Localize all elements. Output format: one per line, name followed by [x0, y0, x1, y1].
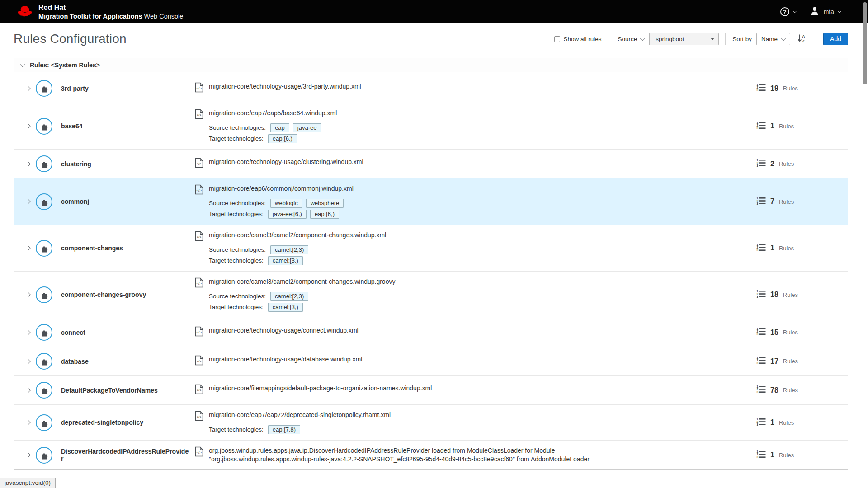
rule-count-number: 78 — [770, 386, 778, 394]
svg-text:3: 3 — [757, 295, 759, 298]
add-button[interactable]: Add — [823, 33, 848, 45]
rule-row[interactable]: DiscoverHardcodedIPAddressRuleProvider <… — [14, 440, 848, 469]
caret-down-icon — [711, 38, 714, 40]
rule-count-number: 7 — [770, 197, 774, 206]
numbered-list-icon: 1 2 3 — [756, 121, 766, 131]
rule-row[interactable]: DefaultPackageToVendorNames </> migratio… — [14, 375, 848, 404]
filter-value-select[interactable]: springboot — [650, 33, 718, 45]
rule-count: 1 2 3 1 Rules — [756, 450, 841, 460]
ruleset-puzzle-icon — [36, 80, 52, 97]
ruleset-name: component-changes — [61, 244, 195, 252]
expand-chevron-icon[interactable] — [25, 359, 30, 364]
rule-count: 1 2 3 2 Rules — [756, 159, 841, 169]
masthead-utilities: ? mta — [780, 6, 853, 18]
rule-count-word: Rules — [783, 291, 798, 298]
target-technologies-label: Target technologies: — [209, 425, 264, 434]
product-name-bold: Migration Toolkit for Applications — [38, 13, 142, 20]
rule-row[interactable]: commonj </> migration-core/eap6/commonj/… — [14, 178, 848, 225]
show-all-rules-toggle[interactable]: Show all rules — [554, 36, 601, 42]
ruleset-detail: </> migration-core/technology-usage/data… — [195, 355, 756, 368]
source-technologies-label: Source technologies: — [209, 291, 266, 301]
rule-count: 1 2 3 1 Rules — [756, 121, 841, 131]
redhat-logo-icon — [15, 4, 34, 20]
sort-field-dropdown[interactable]: Name — [756, 33, 790, 45]
sort-direction-button[interactable]: A Z — [797, 33, 806, 44]
rules-panel-header[interactable]: Rules: <System Rules> — [14, 58, 848, 72]
sort-by-label: Sort by — [732, 36, 752, 42]
show-all-rules-checkbox[interactable] — [554, 36, 560, 42]
expand-chevron-icon[interactable] — [25, 330, 30, 335]
target-technologies: Target technologies: camel:[3,) — [195, 256, 756, 265]
chevron-down-icon — [781, 36, 786, 41]
technology-tag: camel:[2,3) — [270, 245, 308, 254]
rule-row[interactable]: clustering </> migration-core/technology… — [14, 149, 848, 178]
svg-text:3: 3 — [757, 361, 759, 365]
ruleset-path: migration-core/technology-usage/database… — [209, 355, 362, 364]
rule-count-word: Rules — [779, 419, 794, 426]
expand-chevron-icon[interactable] — [25, 199, 30, 204]
rule-count-number: 1 — [770, 122, 774, 130]
username: mta — [824, 8, 834, 15]
ruleset-puzzle-icon — [36, 324, 52, 341]
ruleset-name: DiscoverHardcodedIPAddressRuleProvider — [61, 448, 195, 462]
rule-row[interactable]: database </> migration-core/technology-u… — [14, 347, 848, 375]
ruleset-detail: </> migration-core/camel3/camel2/compone… — [195, 231, 756, 265]
help-menu[interactable]: ? — [780, 7, 796, 16]
rule-row[interactable]: base64 </> migration-core/eap7/eap5/base… — [14, 103, 848, 149]
rules-panel: Rules: <System Rules> 3rd-party </> — [14, 58, 848, 470]
ruleset-detail: </> migration-core/technology-usage/conn… — [195, 326, 756, 339]
page-title: Rules Configuration — [14, 32, 127, 46]
expand-chevron-icon[interactable] — [25, 452, 30, 457]
scrollbar-thumb[interactable] — [863, 2, 867, 84]
source-technologies: Source technologies: weblogicwebsphere — [195, 198, 756, 208]
ruleset-puzzle-icon — [36, 240, 52, 257]
rule-count-number: 1 — [770, 244, 774, 252]
rule-row[interactable]: component-changes </> migration-core/cam… — [14, 225, 848, 271]
rule-count: 1 2 3 1 Rules — [756, 418, 841, 428]
ruleset-path: migration-core/eap7/eap72/deprecated-sin… — [209, 411, 391, 419]
expand-chevron-icon[interactable] — [25, 292, 30, 297]
ruleset-name: deprecated-singletonpolicy — [61, 419, 195, 426]
svg-text:3: 3 — [757, 249, 759, 252]
user-menu[interactable]: mta — [810, 6, 841, 18]
product-name-light: Web Console — [144, 13, 184, 20]
browser-status-bar: javascript:void(0) — [0, 478, 56, 488]
technology-tag: java-ee:[6,) — [268, 210, 307, 219]
technology-tag: eap — [270, 123, 289, 132]
file-code-icon: </> — [195, 184, 203, 197]
ruleset-puzzle-icon — [36, 193, 52, 210]
expand-chevron-icon[interactable] — [25, 123, 30, 128]
target-technologies: Target technologies: java-ee:[6,)eap:[6,… — [195, 209, 756, 219]
filter-group: Source springboot — [613, 33, 719, 45]
svg-text:</>: </> — [196, 188, 202, 192]
ruleset-detail: </> migration-core/camel3/camel2/compone… — [195, 277, 756, 312]
rules-panel-title: Rules: <System Rules> — [30, 61, 100, 69]
expand-chevron-icon[interactable] — [25, 86, 30, 91]
svg-text:</>: </> — [196, 235, 202, 239]
toolbar-divider — [725, 33, 726, 45]
brand-name: Red Hat — [38, 3, 183, 12]
rule-row[interactable]: deprecated-singletonpolicy </> migration… — [14, 404, 848, 440]
numbered-list-icon: 1 2 3 — [756, 83, 766, 94]
technology-tag: eap:[6,) — [268, 134, 297, 143]
rule-row[interactable]: 3rd-party </> migration-core/technology-… — [14, 74, 848, 103]
expand-chevron-icon[interactable] — [25, 245, 30, 250]
ruleset-path: migration-core/technology-usage/3rd-part… — [209, 82, 361, 91]
rule-count: 1 2 3 7 Rules — [756, 197, 841, 207]
numbered-list-icon: 1 2 3 — [756, 197, 766, 207]
target-technologies-label: Target technologies: — [209, 256, 264, 265]
ruleset-detail: </> migration-core/technology-usage/clus… — [195, 158, 756, 170]
rule-row[interactable]: component-changes-groovy </> migration-c… — [14, 271, 848, 318]
source-technologies-label: Source technologies: — [209, 123, 266, 132]
rule-row[interactable]: connect </> migration-core/technology-us… — [14, 318, 848, 347]
file-code-icon: </> — [195, 355, 203, 368]
numbered-list-icon: 1 2 3 — [756, 290, 766, 300]
expand-chevron-icon[interactable] — [25, 388, 30, 393]
expand-chevron-icon[interactable] — [25, 161, 30, 166]
svg-text:3: 3 — [757, 423, 759, 426]
rule-count-word: Rules — [783, 387, 798, 394]
technology-tag: java-ee — [293, 123, 321, 132]
chevron-down-icon — [838, 9, 841, 13]
expand-chevron-icon[interactable] — [25, 420, 30, 425]
filter-type-dropdown[interactable]: Source — [613, 33, 650, 45]
